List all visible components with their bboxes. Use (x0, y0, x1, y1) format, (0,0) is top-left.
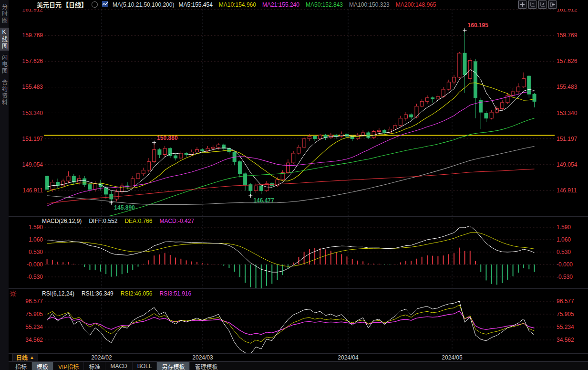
tab-管理模板[interactable]: 管理模板 (189, 362, 222, 370)
tab-BOLL[interactable]: BOLL (132, 362, 157, 370)
ma5-line (47, 70, 535, 192)
tab-标准[interactable]: 标准 (83, 362, 105, 370)
rsi-value-label: RSI2:46.056 (121, 290, 153, 297)
axis-pan-icon[interactable] (538, 0, 547, 9)
candle (147, 162, 150, 170)
candle (308, 137, 311, 139)
period-label: 日线 (16, 353, 28, 361)
candle (490, 112, 493, 118)
macd-layer (47, 226, 535, 288)
axis-zoom-icon[interactable] (528, 0, 536, 9)
price-annotation: 160.195 (468, 22, 489, 29)
red-sun-icon[interactable] (10, 290, 17, 299)
ma-value-label: MA21:155.240 (262, 1, 299, 8)
candle (436, 96, 440, 99)
pane-shift-icon[interactable] (548, 0, 557, 9)
candle (259, 186, 263, 190)
price-annotation: 145.890 (114, 204, 135, 211)
rsi-layer (47, 301, 535, 354)
tab-另存模板[interactable]: 另存模板 (156, 362, 189, 370)
candle (522, 78, 526, 87)
rsi-values: RSI1:36.349RSI2:46.056RSI3:51.916 (82, 290, 191, 297)
candle (319, 135, 322, 139)
candle (453, 77, 456, 82)
candle (361, 133, 365, 135)
candle (83, 179, 86, 185)
candle (254, 186, 258, 190)
candle (62, 181, 65, 186)
sidebar-item-K线图[interactable]: K线图 (0, 28, 9, 51)
rsi3-line (47, 311, 535, 335)
candle (425, 98, 429, 102)
candle (115, 192, 118, 199)
chart-canvas[interactable]: 150.880160.195145.890146.477 (0, 0, 588, 370)
macd-params: MACD(26,12,9) (42, 218, 82, 224)
header-toolbar (518, 0, 557, 9)
period-selector[interactable]: 日线 ▲ (12, 353, 38, 361)
candle (174, 156, 177, 158)
candle (383, 130, 386, 133)
symbol-title: 美元日元 (37, 0, 62, 9)
candle (485, 114, 488, 118)
macd-value-label: MACD:-0.427 (159, 218, 194, 224)
sidebar-item-合约资料[interactable]: 合约资料 (0, 78, 9, 107)
ma100-line (47, 147, 535, 205)
candle (442, 89, 445, 96)
macd-values: DIFF:0.552DEA:0.766MACD:-0.427 (89, 218, 194, 224)
ma-value-label: MA5:155.454 (178, 1, 212, 8)
candle (474, 62, 477, 98)
candle (249, 185, 252, 191)
macd-value-label: DIFF:0.552 (89, 218, 117, 224)
ma-group-label: MA(5,10,21,50,100,200) (113, 1, 174, 8)
candle (495, 108, 498, 112)
ma-value-label: MA10:154.960 (219, 1, 256, 8)
candle (516, 87, 520, 92)
candle (431, 98, 434, 99)
rsi-value-label: RSI1:36.349 (82, 290, 113, 297)
candle (158, 149, 161, 154)
candle (533, 94, 536, 101)
candle (302, 139, 306, 148)
period-tag: 【日线】 (62, 0, 87, 9)
collapse-icon[interactable]: – (92, 1, 98, 8)
crosshair-icon[interactable] (518, 0, 526, 9)
candle (356, 135, 359, 139)
tab-指标[interactable]: 指标 (10, 362, 31, 370)
candle (201, 149, 204, 151)
candle (399, 118, 402, 126)
candle (410, 115, 413, 117)
ma-value-label: MA100:150.323 (349, 1, 390, 8)
candle (377, 130, 381, 132)
macd-value-label: DEA:0.766 (124, 218, 152, 224)
candle (511, 92, 515, 95)
ma-value-label: MA200:148.965 (396, 1, 436, 8)
tab-模板[interactable]: 模板 (31, 362, 53, 370)
candle (292, 153, 295, 163)
candles-layer (45, 30, 536, 202)
candle (217, 145, 220, 147)
candle (404, 115, 408, 118)
candle (244, 174, 247, 185)
candle (393, 126, 397, 129)
diff-line (47, 226, 535, 272)
candle (313, 137, 317, 139)
candle (163, 148, 166, 155)
rsi-params: RSI(6,12,24) (42, 290, 74, 297)
candle (211, 147, 215, 148)
chart-type-sidebar: 分时图K线图闪电图合约资料 (0, 0, 9, 370)
candle (501, 103, 504, 109)
candle (286, 163, 289, 172)
tab-MACD[interactable]: MACD (105, 362, 132, 370)
candle (238, 162, 241, 174)
price-annotation: 146.477 (253, 197, 274, 204)
candle (420, 101, 423, 106)
candle (45, 176, 49, 190)
rsi-value-label: RSI3:51.916 (159, 290, 191, 297)
mini-chart-icon (102, 1, 108, 9)
candle (458, 53, 461, 77)
chart-header: 美元日元 【日线】 – MA(5,10,21,50,100,200) MA5:1… (0, 0, 588, 9)
sidebar-item-分时图[interactable]: 分时图 (0, 3, 9, 25)
price-markers-layer: 150.880160.195145.890146.477 (109, 22, 488, 211)
tab-VIP指标[interactable]: VIP指标 (53, 362, 83, 370)
sidebar-item-闪电图[interactable]: 闪电图 (0, 53, 9, 75)
